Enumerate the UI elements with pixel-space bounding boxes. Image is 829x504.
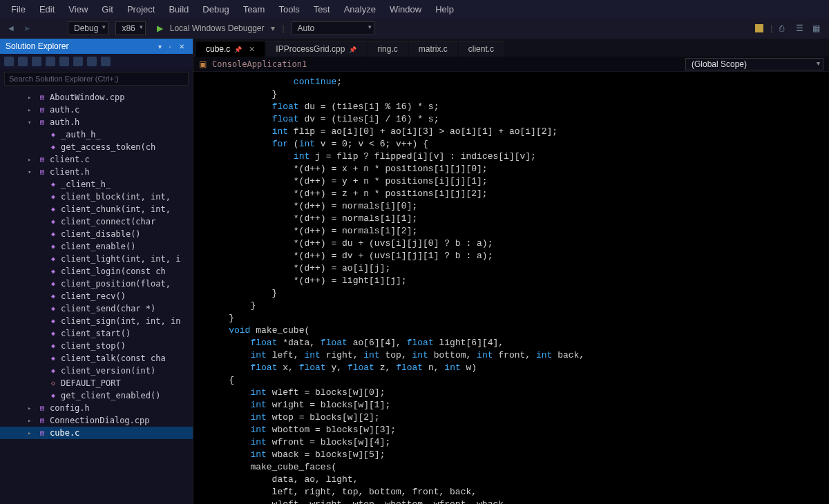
breadcrumb[interactable]: ConsoleApplication1 bbox=[212, 59, 307, 69]
code-line[interactable]: int wtop = blocks[w][2]; bbox=[207, 411, 829, 424]
code-line[interactable]: *(d++) = ao[i][j]; bbox=[207, 262, 829, 275]
code-line[interactable]: } bbox=[207, 287, 829, 300]
code-line[interactable]: make_cube_faces( bbox=[207, 461, 829, 474]
editor-tab[interactable]: matrix.c bbox=[409, 41, 457, 57]
tree-item[interactable]: ◈client_disable() bbox=[0, 228, 193, 240]
tree-item[interactable]: ◈client_sign(int, int, in bbox=[0, 315, 193, 327]
menu-window[interactable]: Window bbox=[385, 3, 426, 16]
menu-git[interactable]: Git bbox=[97, 3, 117, 16]
menu-team[interactable]: Team bbox=[239, 3, 269, 16]
chevron-icon[interactable]: ▸ bbox=[28, 104, 35, 116]
code-line[interactable]: int j = flip ? flipped[i][v] : indices[i… bbox=[207, 151, 829, 163]
chevron-icon[interactable]: ▸ bbox=[28, 91, 35, 104]
code-line[interactable]: float x, float y, float z, float n, int … bbox=[207, 362, 829, 374]
solution-platform-dropdown[interactable]: Auto bbox=[292, 21, 374, 35]
tree-item[interactable]: ◈client_send(char *) bbox=[0, 302, 193, 315]
home-icon[interactable] bbox=[4, 57, 14, 66]
code-line[interactable]: } bbox=[207, 312, 829, 324]
code-line[interactable]: int wright = blocks[w][1]; bbox=[207, 399, 829, 411]
tree-item[interactable]: ◇DEFAULT_PORT bbox=[0, 377, 193, 389]
tree-item[interactable]: ▾▤auth.h bbox=[0, 116, 193, 128]
chevron-icon[interactable]: ▸ bbox=[28, 153, 35, 166]
code-line[interactable]: *(d++) = normals[i][2]; bbox=[207, 225, 829, 238]
show-all-icon[interactable] bbox=[46, 57, 55, 66]
tree-item[interactable]: ▸▤ConnectionDialog.cpp bbox=[0, 414, 193, 427]
chevron-icon[interactable]: ▸ bbox=[28, 402, 35, 414]
code-line[interactable]: *(d++) = z + n * positions[i][j][2]; bbox=[207, 188, 829, 200]
code-line[interactable]: data, ao, light, bbox=[207, 474, 829, 486]
panel-window-buttons[interactable]: ▾ ▫ ✕ bbox=[158, 43, 187, 50]
code-line[interactable]: *(d++) = light[i][j]; bbox=[207, 275, 829, 287]
tree-item[interactable]: ◈client_talk(const cha bbox=[0, 352, 193, 365]
solution-tree[interactable]: ▸▤AboutWindow.cpp▸▤auth.c▾▤auth.h◈_auth_… bbox=[0, 88, 193, 504]
tool-icon-a[interactable] bbox=[87, 57, 97, 66]
code-line[interactable]: { bbox=[207, 374, 829, 387]
menu-edit[interactable]: Edit bbox=[35, 3, 59, 16]
code-line[interactable]: continue; bbox=[207, 76, 829, 88]
tree-item[interactable]: ◈client_version(int) bbox=[0, 365, 193, 377]
code-line[interactable]: float dv = (tiles[i] / 16) * s; bbox=[207, 113, 829, 126]
chevron-icon[interactable]: ▾ bbox=[28, 116, 35, 128]
code-line[interactable]: int wfront = blocks[w][4]; bbox=[207, 436, 829, 449]
toolbar-icon-3[interactable]: ☰ bbox=[796, 23, 806, 33]
chevron-icon[interactable]: ▸ bbox=[28, 414, 35, 427]
tree-item[interactable]: ◈get_client_enabled() bbox=[0, 389, 193, 402]
menu-build[interactable]: Build bbox=[164, 3, 193, 16]
code-line[interactable]: *(d++) = du + (uvs[i][j][0] ? b : a); bbox=[207, 238, 829, 250]
toolbar-icon-2[interactable]: ⎙ bbox=[779, 23, 789, 33]
tree-item[interactable]: ▾▤client.h bbox=[0, 166, 193, 178]
tree-item[interactable]: ▸▤client.c bbox=[0, 153, 193, 166]
editor-tab[interactable]: cube.c📌✕ bbox=[196, 41, 265, 57]
code-line[interactable]: *(d++) = x + n * positions[i][j][0]; bbox=[207, 163, 829, 175]
editor-tab[interactable]: client.c bbox=[459, 41, 504, 57]
code-line[interactable]: *(d++) = normals[i][0]; bbox=[207, 200, 829, 213]
nav-back-icon[interactable]: ◄ bbox=[7, 23, 17, 33]
menu-analyze[interactable]: Analyze bbox=[340, 3, 380, 16]
tree-item[interactable]: ◈client_recv() bbox=[0, 290, 193, 302]
tool-icon-b[interactable] bbox=[101, 57, 111, 66]
run-target[interactable]: Local Windows Debugger bbox=[170, 23, 265, 33]
start-debug-icon[interactable]: ▶ bbox=[157, 23, 163, 33]
toolbar-icon-4[interactable]: ▦ bbox=[812, 23, 822, 33]
tree-item[interactable]: ◈client_connect(char bbox=[0, 215, 193, 228]
tree-item[interactable]: ◈_client_h_ bbox=[0, 178, 193, 191]
code-line[interactable]: wleft, wright, wtop, wbottom, wfront, wb… bbox=[207, 498, 829, 504]
menu-view[interactable]: View bbox=[64, 3, 92, 16]
menu-test[interactable]: Test bbox=[309, 3, 334, 16]
code-editor[interactable]: continue; } float du = (tiles[i] % 16) *… bbox=[193, 72, 829, 504]
menu-help[interactable]: Help bbox=[431, 3, 458, 16]
tree-item[interactable]: ◈client_chunk(int, int, bbox=[0, 203, 193, 215]
tree-item[interactable]: ◈client_light(int, int, i bbox=[0, 253, 193, 265]
scope-dropdown[interactable]: (Global Scope) bbox=[685, 58, 823, 70]
code-line[interactable]: } bbox=[207, 300, 829, 312]
tree-item[interactable]: ▸▤auth.c bbox=[0, 104, 193, 116]
menu-project[interactable]: Project bbox=[123, 3, 159, 16]
editor-tab[interactable]: IPProcessGrid.cpp📌 bbox=[266, 41, 366, 57]
code-line[interactable]: int wback = blocks[w][5]; bbox=[207, 449, 829, 461]
nav-fwd-icon[interactable]: ► bbox=[23, 23, 33, 33]
tree-item[interactable]: ◈get_access_token(ch bbox=[0, 141, 193, 153]
config-dropdown[interactable]: Debug bbox=[68, 21, 108, 35]
code-line[interactable]: *(d++) = dv + (uvs[i][j][1] ? b : a); bbox=[207, 250, 829, 262]
solution-explorer-search[interactable]: Search Solution Explorer (Ctrl+;) bbox=[4, 72, 189, 86]
tree-item[interactable]: ◈client_start() bbox=[0, 327, 193, 340]
pin-icon[interactable]: 📌 bbox=[349, 46, 356, 53]
tree-item[interactable]: ▸▤cube.c bbox=[0, 427, 193, 439]
close-icon[interactable]: ✕ bbox=[249, 45, 255, 53]
code-line[interactable]: float *data, float ao[6][4], float light… bbox=[207, 337, 829, 349]
sync-icon[interactable] bbox=[18, 57, 28, 66]
tree-item[interactable]: ▸▤config.h bbox=[0, 402, 193, 414]
menu-tools[interactable]: Tools bbox=[274, 3, 303, 16]
code-line[interactable]: int wbottom = blocks[w][3]; bbox=[207, 424, 829, 436]
code-line[interactable]: float du = (tiles[i] % 16) * s; bbox=[207, 101, 829, 113]
tree-item[interactable]: ◈client_position(float, bbox=[0, 278, 193, 290]
code-line[interactable]: void make_cube( bbox=[207, 324, 829, 337]
refresh-icon[interactable] bbox=[32, 57, 41, 66]
code-line[interactable]: int wleft = blocks[w][0]; bbox=[207, 387, 829, 399]
tree-item[interactable]: ◈client_login(const ch bbox=[0, 265, 193, 278]
properties-icon[interactable] bbox=[59, 57, 69, 66]
code-line[interactable]: left, right, top, bottom, front, back, bbox=[207, 486, 829, 498]
menu-debug[interactable]: Debug bbox=[198, 3, 233, 16]
tree-item[interactable]: ◈_auth_h_ bbox=[0, 128, 193, 141]
tree-item[interactable]: ▸▤AboutWindow.cpp bbox=[0, 91, 193, 104]
